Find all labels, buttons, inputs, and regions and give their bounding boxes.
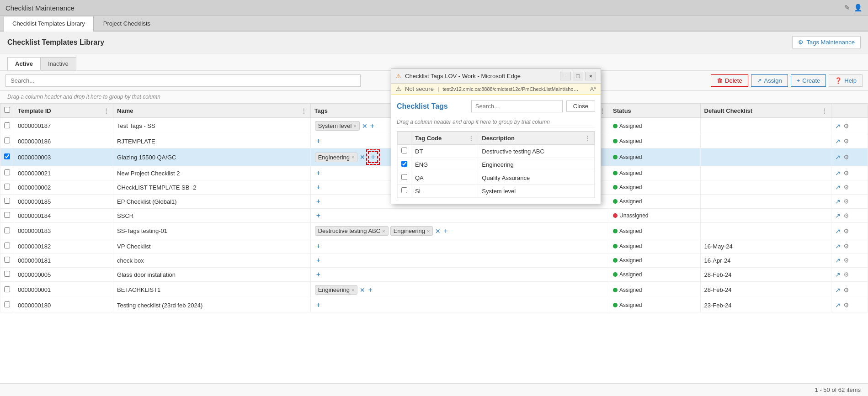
row-checkbox[interactable] xyxy=(4,137,10,143)
row-external-link-button[interactable]: ↗ xyxy=(835,243,841,250)
popup-row-checkbox[interactable] xyxy=(401,148,407,153)
font-size-icon[interactable]: Aᴬ xyxy=(590,86,596,92)
row-external-link-button[interactable]: ↗ xyxy=(835,137,841,145)
action-buttons: ↗⚙ xyxy=(835,212,864,219)
tag-add-button[interactable]: + xyxy=(316,301,320,309)
popup-table-row: QAQuality Assurance xyxy=(398,171,595,185)
popup-close-btn[interactable]: Close xyxy=(566,100,595,112)
sort-icon-name[interactable]: ⋮ xyxy=(301,107,307,114)
row-checkbox[interactable] xyxy=(4,257,10,263)
tag-add-button[interactable]: + xyxy=(316,197,320,206)
row-settings-button[interactable]: ⚙ xyxy=(843,169,849,177)
col-default-checklist: Default Checklist ⋮ xyxy=(700,104,831,118)
tag-add-button[interactable]: + xyxy=(443,227,447,235)
popup-row-checkbox[interactable] xyxy=(401,161,407,167)
tag-add-button[interactable]: + xyxy=(316,256,320,264)
row-checkbox[interactable] xyxy=(4,184,10,190)
action-cell: ↗⚙ xyxy=(831,118,868,134)
row-checkbox[interactable] xyxy=(4,198,10,204)
tag-add-button[interactable]: + xyxy=(316,137,320,145)
row-settings-button[interactable]: ⚙ xyxy=(843,271,849,278)
tag-add-button[interactable]: + xyxy=(368,151,378,163)
tag-clear-button[interactable]: ✕ xyxy=(360,286,365,294)
user-icon[interactable]: 👤 xyxy=(854,4,863,12)
tag-remove-btn[interactable]: × xyxy=(351,287,354,293)
tags-maintenance-button[interactable]: ⚙ Tags Maintenance xyxy=(792,36,861,48)
popup-restore-button[interactable]: □ xyxy=(573,72,584,80)
row-external-link-button[interactable]: ↗ xyxy=(835,271,841,278)
tag-remove-btn[interactable]: × xyxy=(427,228,430,234)
row-checkbox[interactable] xyxy=(4,227,10,233)
row-settings-button[interactable]: ⚙ xyxy=(843,286,849,294)
row-checkbox[interactable] xyxy=(4,271,10,277)
sort-icon[interactable]: ⋮ xyxy=(103,107,109,114)
row-external-link-button[interactable]: ↗ xyxy=(835,198,841,205)
tag-add-button[interactable]: + xyxy=(316,183,320,191)
popup-minimize-button[interactable]: − xyxy=(560,72,571,80)
popup-search-input[interactable] xyxy=(471,100,563,112)
status-dot xyxy=(613,171,618,175)
row-checkbox[interactable] xyxy=(4,301,10,307)
template-id-cell: 0000000183 xyxy=(14,223,113,239)
tag-remove-btn[interactable]: × xyxy=(351,154,354,160)
row-external-link-button[interactable]: ↗ xyxy=(835,169,841,177)
assign-button[interactable]: ↗ Assign xyxy=(751,74,788,87)
delete-button[interactable]: 🗑 Delete xyxy=(711,74,748,87)
row-external-link-button[interactable]: ↗ xyxy=(835,184,841,191)
row-external-link-button[interactable]: ↗ xyxy=(835,212,841,219)
popup-row-checkbox[interactable] xyxy=(401,174,407,180)
tag-clear-button[interactable]: ✕ xyxy=(362,122,367,130)
row-checkbox-cell xyxy=(0,148,14,166)
row-settings-button[interactable]: ⚙ xyxy=(843,212,849,219)
help-button[interactable]: ❓ Help xyxy=(829,74,863,87)
row-settings-button[interactable]: ⚙ xyxy=(843,137,849,145)
tag-add-button[interactable]: + xyxy=(370,122,374,130)
tag-add-button[interactable]: + xyxy=(368,286,372,294)
row-external-link-button[interactable]: ↗ xyxy=(835,227,841,235)
tag-add-button[interactable]: + xyxy=(316,242,320,250)
tags-container: Engineering×✕+ xyxy=(314,285,605,295)
search-input[interactable] xyxy=(5,74,361,87)
tag-add-button[interactable]: + xyxy=(316,211,320,220)
row-checkbox-cell xyxy=(0,253,14,268)
status-cell: Assigned xyxy=(609,298,700,312)
tag-clear-button[interactable]: ✕ xyxy=(360,153,365,161)
popup-close-button[interactable]: × xyxy=(585,72,596,80)
row-settings-button[interactable]: ⚙ xyxy=(843,153,849,161)
select-all-checkbox[interactable] xyxy=(4,107,10,113)
row-settings-button[interactable]: ⚙ xyxy=(843,122,849,130)
row-settings-button[interactable]: ⚙ xyxy=(843,243,849,250)
tag-clear-button[interactable]: ✕ xyxy=(435,227,441,235)
row-external-link-button[interactable]: ↗ xyxy=(835,257,841,264)
tag-remove-btn[interactable]: × xyxy=(382,228,385,234)
popup-row-checkbox[interactable] xyxy=(401,187,407,193)
popup-table-body: DTDestructive testing ABCENGEngineeringQ… xyxy=(398,145,595,198)
tag-add-button[interactable]: + xyxy=(316,270,320,279)
row-checkbox[interactable] xyxy=(4,122,10,128)
row-checkbox[interactable] xyxy=(4,169,10,175)
sub-tab-inactive[interactable]: Inactive xyxy=(40,57,76,70)
sub-tab-active[interactable]: Active xyxy=(7,57,41,70)
row-checkbox[interactable] xyxy=(4,243,10,248)
row-checkbox[interactable] xyxy=(4,286,10,292)
row-checkbox[interactable] xyxy=(4,153,10,159)
create-button[interactable]: + Create xyxy=(791,74,826,87)
tag-add-button[interactable]: + xyxy=(316,169,320,177)
row-settings-button[interactable]: ⚙ xyxy=(843,184,849,191)
tab-checklist-templates-library[interactable]: Checklist Templates Library xyxy=(4,16,94,32)
row-settings-button[interactable]: ⚙ xyxy=(843,227,849,235)
tab-project-checklists[interactable]: Project Checklists xyxy=(95,16,159,31)
status-text: Assigned xyxy=(619,198,642,205)
row-settings-button[interactable]: ⚙ xyxy=(843,198,849,205)
tag-remove-btn[interactable]: × xyxy=(353,123,356,129)
row-external-link-button[interactable]: ↗ xyxy=(835,122,841,130)
row-checkbox[interactable] xyxy=(4,212,10,218)
row-settings-button[interactable]: ⚙ xyxy=(843,301,849,309)
row-external-link-button[interactable]: ↗ xyxy=(835,301,841,309)
row-external-link-button[interactable]: ↗ xyxy=(835,153,841,161)
row-settings-button[interactable]: ⚙ xyxy=(843,257,849,264)
edit-icon[interactable]: ✎ xyxy=(844,4,850,12)
app-title: Checklist Maintenance xyxy=(5,4,75,12)
row-external-link-button[interactable]: ↗ xyxy=(835,286,841,294)
popup-table-row: ENGEngineering xyxy=(398,158,595,171)
